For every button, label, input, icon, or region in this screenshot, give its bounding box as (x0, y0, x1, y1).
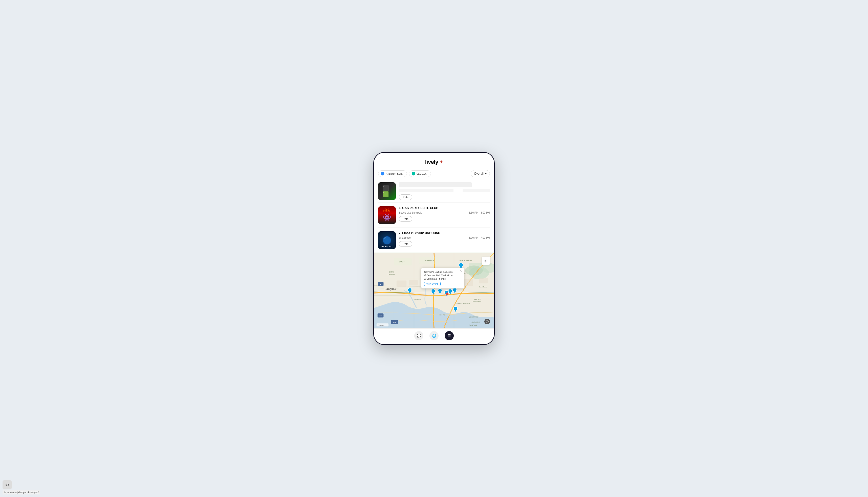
map-location-button[interactable]: ◎ (482, 257, 490, 265)
globe-icon: 🌐 (432, 334, 436, 338)
app-logo: lively✦ (379, 159, 489, 165)
overall-label: Overall (474, 172, 484, 175)
svg-rect-14 (479, 278, 488, 284)
info-icon: ⓘ (486, 320, 489, 324)
arbitrum-chip[interactable]: Arbitrum Sep... (378, 170, 407, 177)
event-meta-partial (399, 189, 490, 193)
status-link-bar: https://lu.ma/jeih46pm?tk=TaQEKf (2, 491, 40, 495)
map-section[interactable]: 4 35 303 DUSIT SANAM PAO HUAI KHWANG BAN… (374, 253, 494, 328)
svg-text:Udom Suk: Udom Suk (469, 316, 478, 318)
map-info-button[interactable]: ⓘ (484, 319, 490, 324)
settings-button[interactable]: ⚙ (2, 480, 12, 489)
event-meta-7: ZillaSpace 3:00 PM - 7:00 PM (399, 236, 490, 239)
event-time-6: 5:30 PM - 8:00 PM (469, 211, 490, 214)
svg-text:SENTRE: SENTRE (474, 299, 481, 300)
svg-rect-11 (397, 281, 407, 287)
svg-text:LAMPHU: LAMPHU (388, 273, 395, 275)
svg-text:BANG: BANG (389, 271, 394, 273)
rate-button-7[interactable]: Rate (399, 241, 412, 247)
svg-text:303: 303 (393, 322, 396, 323)
svg-text:SANAM PAO: SANAM PAO (424, 259, 436, 261)
chat-button[interactable]: 💬 (414, 331, 423, 340)
chat-icon: 💬 (417, 334, 421, 338)
svg-text:35: 35 (380, 315, 382, 317)
rate-button-6[interactable]: Rate (399, 216, 412, 222)
svg-text:On Nut Rd: On Nut Rd (471, 321, 480, 323)
svg-text:HUAI KHWANG: HUAI KHWANG (459, 259, 472, 261)
event-meta-6: Space plus bangkok 5:30 PM - 8:00 PM (399, 211, 490, 214)
logo-star: ✦ (439, 159, 443, 165)
overall-select[interactable]: Overall ▾ (471, 170, 490, 177)
event-details-partial: Rate (399, 182, 490, 200)
event-time-7: 3:00 PM - 7:00 PM (469, 236, 490, 239)
globe-button[interactable]: 🌐 (429, 331, 439, 340)
event-details-6: 6. GAS PARTY ELITE CLUB Space plus bangk… (399, 206, 490, 222)
svg-text:SATHON: SATHON (413, 299, 421, 300)
wallet-chip[interactable]: 0xE...O... (409, 170, 431, 177)
phone-frame: lively✦ Arbitrum Sep... 0xE...O... ⋮ Ove… (373, 152, 495, 345)
svg-text:BANG-NA: BANG-NA (469, 324, 477, 326)
svg-text:Pattanakarn: Pattanakarn (473, 301, 481, 302)
bottom-nav-bar: 💬 🌐 ☰ (374, 328, 494, 344)
svg-point-58 (446, 293, 449, 295)
svg-text:PHRA KHANONG: PHRA KHANONG (456, 302, 470, 304)
wallet-label: 0xE...O... (416, 172, 428, 175)
more-button[interactable]: ⋮ (433, 170, 441, 177)
event-item-7: 7. Linea x Bitkub: UNBOUND ZillaSpace 3:… (378, 228, 490, 253)
logo-text: lively (425, 159, 438, 165)
filter-bar: Arbitrum Sep... 0xE...O... ⋮ Overall ▾ (374, 168, 494, 180)
arbitrum-icon (381, 172, 384, 175)
svg-text:Bangkok: Bangkok (384, 287, 396, 290)
svg-text:Surat Expy: Surat Expy (479, 286, 487, 288)
event-item-6: 6. GAS PARTY ELITE CLUB Space plus bangk… (378, 203, 490, 228)
events-list: Rate 6. GAS PARTY ELITE CLUB Space plus … (374, 180, 494, 253)
popup-close-button[interactable]: ✕ (459, 269, 462, 272)
svg-text:© Mapbox: © Mapbox (377, 324, 384, 326)
event-thumb-partial (378, 182, 396, 200)
arbitrum-label: Arbitrum Sep... (386, 172, 404, 175)
event-title-6: 6. GAS PARTY ELITE CLUB (399, 206, 490, 210)
wallet-icon (412, 172, 415, 175)
map-container: 4 35 303 DUSIT SANAM PAO HUAI KHWANG BAN… (374, 253, 494, 328)
event-thumb-6 (378, 206, 396, 224)
event-venue-6: Space plus bangkok (399, 211, 422, 214)
event-thumb-7 (378, 231, 396, 249)
svg-rect-12 (409, 280, 418, 286)
location-icon: ◎ (484, 259, 487, 262)
settings-icon: ⚙ (5, 483, 9, 487)
chevron-down-icon: ▾ (485, 172, 487, 175)
phone-inner: lively✦ Arbitrum Sep... 0xE...O... ⋮ Ove… (374, 153, 494, 344)
menu-button[interactable]: ☰ (445, 331, 454, 340)
event-venue-7: ZillaSpace (399, 236, 411, 239)
svg-text:DUSIT: DUSIT (399, 261, 405, 263)
app-header: lively✦ (374, 153, 494, 168)
menu-icon: ☰ (448, 334, 451, 338)
map-popup: ✕ Somnia's Uniting Societies @Devcon, Ma… (421, 268, 464, 288)
svg-text:4: 4 (380, 283, 381, 285)
svg-text:Bon Kai: Bon Kai (440, 314, 445, 316)
rate-button-partial[interactable]: Rate (399, 195, 412, 200)
popup-view-event-link[interactable]: View Event! (424, 282, 441, 286)
map-svg: 4 35 303 DUSIT SANAM PAO HUAI KHWANG BAN… (374, 253, 494, 328)
event-details-7: 7. Linea x Bitkub: UNBOUND ZillaSpace 3:… (399, 231, 490, 247)
event-title-7: 7. Linea x Bitkub: UNBOUND (399, 231, 490, 235)
event-item-partial: Rate (378, 180, 490, 203)
popup-text: Somnia's Uniting Societies @Devcon, Mai … (424, 270, 461, 280)
